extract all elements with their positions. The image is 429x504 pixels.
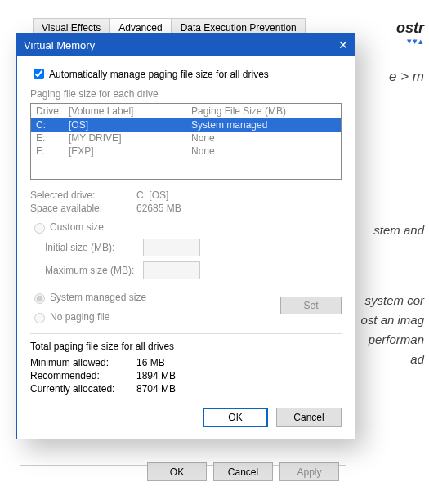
bg-paragraph-fragment-1: stem and: [373, 221, 424, 240]
drive-list: Drive [Volume Label] Paging File Size (M…: [30, 103, 342, 180]
parent-cancel-button[interactable]: Cancel: [213, 462, 273, 481]
titlebar-title: Virtual Memory: [24, 39, 95, 51]
cell-label: [OS]: [69, 118, 191, 132]
titlebar[interactable]: Virtual Memory ✕: [17, 33, 355, 56]
auto-manage-checkbox[interactable]: [34, 69, 44, 79]
parent-apply-button: Apply: [279, 462, 339, 481]
cancel-button[interactable]: Cancel: [276, 408, 342, 427]
table-row[interactable]: E: [MY DRIVE] None: [31, 132, 341, 145]
no-paging-radio: [34, 313, 45, 323]
paging-per-drive-label: Paging file size for each drive: [30, 88, 342, 100]
recommended-value: 1894 MB: [136, 370, 176, 381]
parent-ok-button[interactable]: OK: [147, 462, 207, 481]
custom-size-label: Custom size:: [50, 221, 106, 233]
table-row[interactable]: F: [EXP] None: [31, 145, 341, 158]
selected-drive-label: Selected drive:: [30, 190, 136, 201]
table-row[interactable]: C: [OS] System managed: [31, 118, 341, 132]
col-header-volume: [Volume Label]: [69, 105, 191, 117]
min-allowed-value: 16 MB: [136, 357, 165, 368]
bg-paragraph-fragment-2: system cor: [364, 291, 424, 310]
bg-paragraph-fragment-3: ost an imag: [360, 310, 424, 330]
parent-dialog-buttons: OK Cancel Apply: [147, 462, 339, 481]
maximum-size-label: Maximum size (MB):: [45, 265, 143, 276]
initial-size-input: [143, 239, 200, 256]
ok-button[interactable]: OK: [203, 408, 268, 427]
col-header-size: Paging File Size (MB): [191, 105, 336, 117]
separator: [30, 333, 342, 334]
cell-size: None: [191, 132, 336, 145]
selected-drive-value: C: [OS]: [136, 190, 168, 201]
custom-size-radio: [34, 223, 45, 234]
recommended-label: Recommended:: [30, 370, 136, 381]
bg-subtitle-fragment: ▾▾▴: [407, 36, 424, 47]
cell-drive: E:: [36, 132, 69, 145]
auto-manage-label: Automatically manage paging file size fo…: [49, 69, 269, 80]
cell-drive: F:: [36, 145, 69, 158]
system-managed-radio: [34, 293, 45, 304]
cell-size: System managed: [191, 118, 336, 132]
maximum-size-input: [143, 261, 200, 279]
cell-label: [MY DRIVE]: [69, 132, 191, 145]
no-paging-label: No paging file: [50, 311, 109, 323]
set-button: Set: [280, 297, 342, 314]
virtual-memory-dialog: Virtual Memory ✕ Automatically manage pa…: [16, 33, 355, 439]
cell-size: None: [191, 145, 336, 158]
bg-title-fragment: ostr: [396, 20, 424, 37]
currently-allocated-value: 8704 MB: [136, 383, 176, 395]
initial-size-label: Initial size (MB):: [45, 242, 143, 253]
min-allowed-label: Minimum allowed:: [30, 357, 136, 368]
close-icon[interactable]: ✕: [338, 38, 348, 51]
system-managed-label: System managed size: [50, 292, 146, 303]
cell-label: [EXP]: [69, 145, 191, 158]
bg-paragraph-fragment-4: performan: [369, 330, 424, 350]
currently-allocated-label: Currently allocated:: [30, 383, 136, 395]
bg-breadcrumb-fragment: e > m: [389, 69, 424, 85]
space-available-value: 62685 MB: [136, 203, 181, 214]
space-available-label: Space available:: [30, 203, 136, 214]
cell-drive: C:: [36, 118, 69, 132]
col-header-drive: Drive: [36, 105, 69, 117]
totals-title: Total paging file size for all drives: [30, 341, 342, 352]
bg-paragraph-fragment-5: ad: [410, 350, 424, 369]
